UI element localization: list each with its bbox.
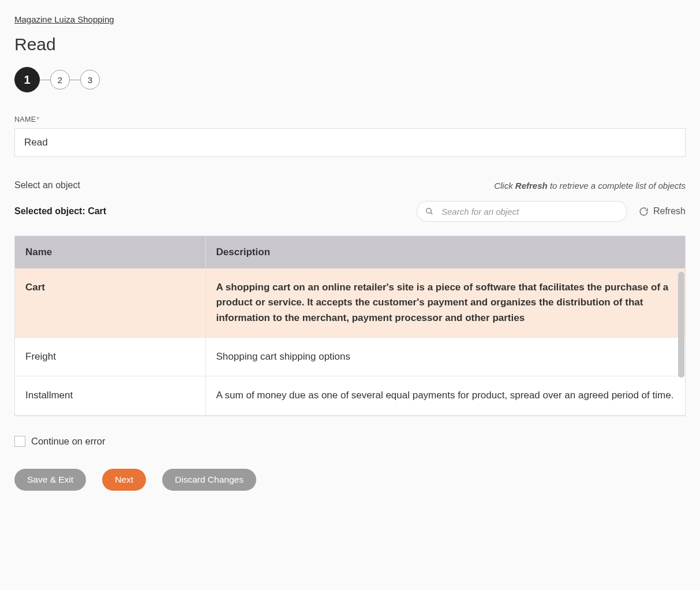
cell-description: Shopping cart shipping options xyxy=(205,338,685,376)
search-wrap xyxy=(417,201,627,222)
name-label-text: NAME xyxy=(14,115,36,124)
hint-bold: Refresh xyxy=(515,181,548,191)
continue-on-error-label[interactable]: Continue on error xyxy=(31,436,105,447)
step-connector xyxy=(70,80,80,80)
stepper: 1 2 3 xyxy=(14,67,686,92)
step-2[interactable]: 2 xyxy=(50,70,70,89)
select-object-prompt: Select an object xyxy=(14,180,80,191)
cell-name: Freight xyxy=(15,338,205,376)
table-scrollbar[interactable] xyxy=(678,272,684,415)
refresh-hint: Click Refresh to retrieve a complete lis… xyxy=(494,181,686,191)
selected-prefix: Selected object: xyxy=(14,206,88,216)
step-3[interactable]: 3 xyxy=(80,70,100,89)
cell-description: A shopping cart on an online retailer's … xyxy=(205,268,685,338)
scrollbar-thumb[interactable] xyxy=(678,272,684,378)
required-mark: * xyxy=(36,115,39,124)
step-1[interactable]: 1 xyxy=(14,67,40,92)
breadcrumb-link[interactable]: Magazine Luiza Shopping xyxy=(14,14,114,24)
svg-line-1 xyxy=(431,212,432,214)
cell-name: Installment xyxy=(15,376,205,415)
table-row[interactable]: InstallmentA sum of money due as one of … xyxy=(15,376,685,415)
continue-on-error-checkbox[interactable] xyxy=(14,436,25,447)
page-title: Read xyxy=(14,35,686,54)
refresh-label: Refresh xyxy=(653,206,686,216)
col-header-description[interactable]: Description xyxy=(205,236,685,268)
step-connector xyxy=(40,80,50,80)
object-table: Name Description CartA shopping cart on … xyxy=(15,236,685,416)
table-header-row: Name Description xyxy=(15,236,685,268)
discard-changes-button[interactable]: Discard Changes xyxy=(162,469,256,491)
search-icon xyxy=(425,207,434,216)
save-exit-button[interactable]: Save & Exit xyxy=(14,469,86,491)
table-row[interactable]: CartA shopping cart on an online retaile… xyxy=(15,268,685,338)
object-table-container: Name Description CartA shopping cart on … xyxy=(14,236,686,416)
cell-name: Cart xyxy=(15,268,205,338)
refresh-button[interactable]: Refresh xyxy=(639,206,686,216)
action-button-row: Save & Exit Next Discard Changes xyxy=(14,469,686,491)
next-button[interactable]: Next xyxy=(102,469,146,491)
table-row[interactable]: FreightShopping cart shipping options xyxy=(15,338,685,376)
col-header-name[interactable]: Name xyxy=(15,236,205,268)
svg-point-0 xyxy=(426,208,432,214)
selected-object-label: Selected object: Cart xyxy=(14,206,106,216)
cell-description: A sum of money due as one of several equ… xyxy=(205,376,685,415)
search-input[interactable] xyxy=(417,201,627,222)
selected-value: Cart xyxy=(88,206,106,216)
name-input[interactable] xyxy=(14,128,686,157)
name-field-label: NAME* xyxy=(14,115,686,124)
hint-suffix: to retrieve a complete list of objects xyxy=(548,181,686,191)
hint-prefix: Click xyxy=(494,181,515,191)
refresh-icon xyxy=(639,207,649,216)
